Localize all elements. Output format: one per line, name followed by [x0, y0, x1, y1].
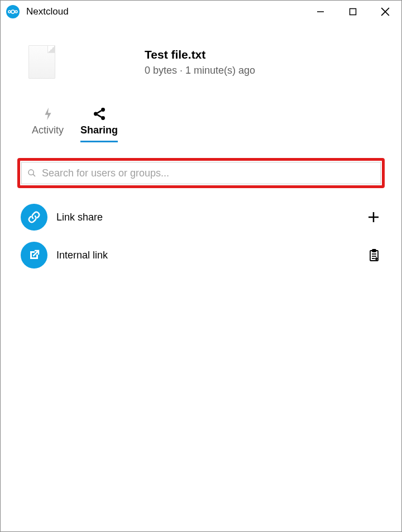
search-box[interactable]: [21, 162, 381, 184]
tabs: Activity Sharing: [1, 107, 401, 142]
search-input[interactable]: [42, 167, 375, 179]
svg-point-7: [101, 108, 105, 112]
link-icon: [21, 204, 47, 231]
link-share-row: Link share: [17, 198, 385, 236]
svg-line-10: [97, 111, 101, 113]
nextcloud-logo-icon: [6, 5, 20, 18]
svg-point-9: [101, 116, 105, 120]
svg-rect-4: [350, 8, 356, 15]
svg-line-13: [33, 174, 35, 176]
svg-point-12: [28, 170, 34, 175]
tab-sharing[interactable]: Sharing: [80, 107, 118, 142]
svg-point-1: [8, 11, 11, 13]
add-link-share-button[interactable]: [366, 209, 381, 225]
tab-activity[interactable]: Activity: [32, 107, 64, 142]
internal-link-row: Internal link: [17, 236, 385, 274]
window-title: Nextcloud: [26, 6, 69, 17]
tab-sharing-label: Sharing: [80, 124, 118, 136]
file-info: Test file.txt 0 bytes · 1 minute(s) ago: [1, 23, 401, 90]
internal-link-label: Internal link: [56, 250, 357, 261]
lightning-icon: [42, 107, 54, 121]
copy-internal-link-button[interactable]: [366, 247, 381, 263]
svg-point-2: [15, 11, 17, 13]
close-button[interactable]: [369, 1, 401, 23]
file-meta: 0 bytes · 1 minute(s) ago: [145, 65, 255, 76]
file-name: Test file.txt: [145, 48, 255, 61]
share-icon: [92, 107, 107, 121]
titlebar: Nextcloud: [1, 1, 401, 23]
search-icon: [27, 169, 36, 178]
search-highlight: [17, 158, 385, 188]
tab-activity-label: Activity: [32, 124, 64, 136]
svg-point-8: [94, 112, 98, 116]
minimize-button[interactable]: [304, 1, 337, 23]
link-share-label: Link share: [56, 212, 357, 223]
file-icon: [28, 45, 55, 79]
svg-rect-17: [372, 250, 376, 252]
external-link-icon: [21, 242, 47, 269]
svg-point-0: [11, 10, 15, 13]
maximize-button[interactable]: [337, 1, 369, 23]
svg-line-11: [97, 115, 101, 117]
